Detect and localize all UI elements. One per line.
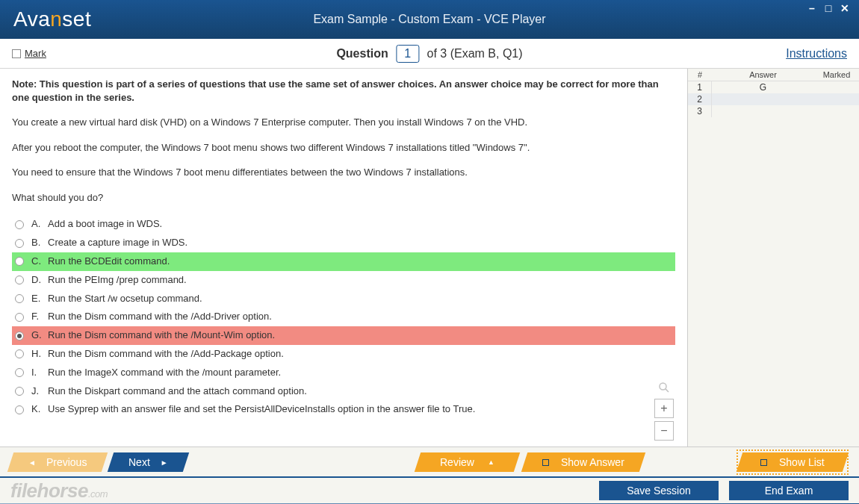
question-note: Note: This question is part of a series … bbox=[12, 78, 675, 105]
maximize-button[interactable]: □ bbox=[822, 3, 835, 13]
question-header-bar: Mark Question 1 of 3 (Exam B, Q1) Instru… bbox=[0, 39, 859, 69]
show-list-wrapper: Show List bbox=[736, 449, 849, 475]
logo-text2: set bbox=[62, 7, 91, 31]
save-session-button[interactable]: Save Session bbox=[599, 481, 719, 500]
option-text: Add a boot image in WDS. bbox=[48, 217, 162, 232]
svg-line-1 bbox=[666, 389, 669, 392]
radio-icon[interactable] bbox=[15, 220, 24, 229]
radio-icon[interactable] bbox=[15, 294, 24, 303]
radio-icon[interactable] bbox=[15, 276, 24, 284]
bottom-bar: filehorse.com Save Session End Exam bbox=[0, 476, 859, 503]
watermark: filehorse.com bbox=[10, 479, 108, 503]
answer-row-1[interactable]: 1 G bbox=[688, 81, 859, 93]
option-g[interactable]: G.Run the Dism command with the /Mount-W… bbox=[12, 326, 675, 345]
content-row: Note: This question is part of a series … bbox=[0, 69, 859, 447]
option-h[interactable]: H.Run the Dism command with the /Add-Pac… bbox=[12, 345, 675, 364]
row-num: 3 bbox=[688, 105, 712, 117]
question-pane: Note: This question is part of a series … bbox=[0, 69, 687, 447]
mark-label[interactable]: Mark bbox=[25, 48, 46, 59]
show-list-button[interactable]: Show List bbox=[736, 452, 849, 472]
option-text: Run the Start /w ocsetup command. bbox=[48, 291, 202, 307]
radio-icon[interactable] bbox=[15, 387, 24, 396]
answer-list-panel: # Answer Marked 1 G 2 3 bbox=[687, 69, 859, 447]
option-f[interactable]: F.Run the Dism command with the /Add-Dri… bbox=[12, 308, 675, 326]
watermark-main: filehorse bbox=[10, 479, 88, 502]
button-label: Next bbox=[128, 456, 168, 468]
app-logo: Avanset bbox=[13, 7, 91, 31]
radio-icon[interactable] bbox=[15, 313, 24, 322]
answer-list-header: # Answer Marked bbox=[688, 69, 859, 81]
option-j[interactable]: J.Run the Diskpart command and the attac… bbox=[12, 382, 675, 401]
radio-icon[interactable] bbox=[15, 332, 24, 340]
question-p2: After you reboot the computer, the Windo… bbox=[12, 140, 675, 155]
row-marked bbox=[814, 105, 859, 117]
option-text: Use Syprep with an answer file and set t… bbox=[48, 402, 475, 417]
option-text: Run the ImageX command with the /mount p… bbox=[48, 365, 281, 381]
logo-n: n bbox=[50, 7, 62, 31]
question-p4: What should you do? bbox=[12, 190, 675, 205]
row-answer: G bbox=[712, 81, 814, 93]
review-button[interactable]: Review bbox=[415, 452, 520, 472]
option-b[interactable]: B.Create a capture image in WDS. bbox=[12, 234, 675, 252]
window-title: Exam Sample - Custom Exam - VCE Player bbox=[313, 13, 545, 26]
col-marked: Marked bbox=[814, 69, 859, 81]
option-text: Run the Dism command with the /Add-Packa… bbox=[48, 346, 284, 362]
watermark-ext: .com bbox=[88, 488, 108, 500]
option-text: Run the Dism command with the /Mount-Wim… bbox=[48, 328, 275, 343]
end-exam-button[interactable]: End Exam bbox=[729, 481, 849, 500]
option-k[interactable]: K.Use Syprep with an answer file and set… bbox=[12, 400, 675, 419]
col-num: # bbox=[688, 69, 712, 81]
radio-icon[interactable] bbox=[15, 349, 24, 358]
row-num: 2 bbox=[688, 93, 712, 105]
button-label: Show List bbox=[760, 456, 825, 468]
button-label: Show Answer bbox=[542, 456, 624, 468]
previous-button[interactable]: Previous bbox=[7, 452, 108, 472]
zoom-out-button[interactable]: − bbox=[654, 421, 674, 441]
magnifier-icon[interactable] bbox=[656, 379, 672, 396]
row-marked bbox=[814, 81, 859, 93]
row-answer bbox=[712, 105, 814, 117]
next-button[interactable]: Next bbox=[108, 452, 189, 472]
show-answer-button[interactable]: Show Answer bbox=[521, 452, 645, 472]
answer-row-2[interactable]: 2 bbox=[688, 93, 859, 105]
zoom-in-button[interactable]: + bbox=[654, 399, 674, 418]
question-tail: of 3 (Exam B, Q1) bbox=[427, 47, 523, 60]
col-answer: Answer bbox=[712, 69, 814, 81]
navigation-bar: Previous Next Review Show Answer Show Li… bbox=[0, 447, 859, 476]
radio-icon[interactable] bbox=[15, 405, 24, 414]
option-text: Run the Diskpart command and the attach … bbox=[48, 384, 307, 399]
square-icon bbox=[760, 458, 767, 465]
question-p1: You create a new virtual hard disk (VHD)… bbox=[12, 115, 675, 130]
row-num: 1 bbox=[688, 81, 712, 93]
option-text: Create a capture image in WDS. bbox=[48, 235, 187, 251]
option-d[interactable]: D.Run the PEImg /prep command. bbox=[12, 271, 675, 290]
option-a[interactable]: A.Add a boot image in WDS. bbox=[12, 215, 675, 234]
row-marked bbox=[814, 93, 859, 105]
zoom-controls: + − bbox=[654, 379, 674, 441]
square-icon bbox=[542, 458, 549, 465]
option-text: Run the BCDEdit command. bbox=[48, 254, 170, 270]
title-bar: Avanset Exam Sample - Custom Exam - VCE … bbox=[0, 0, 859, 39]
radio-icon[interactable] bbox=[15, 368, 24, 377]
question-number-input[interactable]: 1 bbox=[396, 45, 419, 63]
option-i[interactable]: I.Run the ImageX command with the /mount… bbox=[12, 364, 675, 382]
svg-point-0 bbox=[660, 383, 666, 390]
button-label: Previous bbox=[28, 456, 87, 468]
radio-icon[interactable] bbox=[15, 257, 24, 266]
mark-checkbox[interactable] bbox=[12, 49, 21, 58]
option-e[interactable]: E.Run the Start /w ocsetup command. bbox=[12, 290, 675, 308]
option-text: Run the PEImg /prep command. bbox=[48, 273, 187, 288]
instructions-link[interactable]: Instructions bbox=[786, 47, 847, 60]
option-c[interactable]: C.Run the BCDEdit command. bbox=[12, 252, 675, 271]
question-p3: You need to ensure that the Windows 7 bo… bbox=[12, 165, 675, 180]
question-word: Question bbox=[336, 47, 388, 60]
logo-text: Ava bbox=[13, 7, 50, 31]
close-button[interactable]: ✕ bbox=[838, 3, 852, 13]
row-answer bbox=[712, 93, 814, 105]
radio-icon[interactable] bbox=[15, 239, 24, 248]
answer-row-3[interactable]: 3 bbox=[688, 105, 859, 117]
option-text: Run the Dism command with the /Add-Drive… bbox=[48, 309, 272, 325]
window-controls: – □ ✕ bbox=[805, 3, 852, 13]
question-indicator: Question 1 of 3 (Exam B, Q1) bbox=[336, 45, 522, 63]
minimize-button[interactable]: – bbox=[805, 3, 819, 13]
